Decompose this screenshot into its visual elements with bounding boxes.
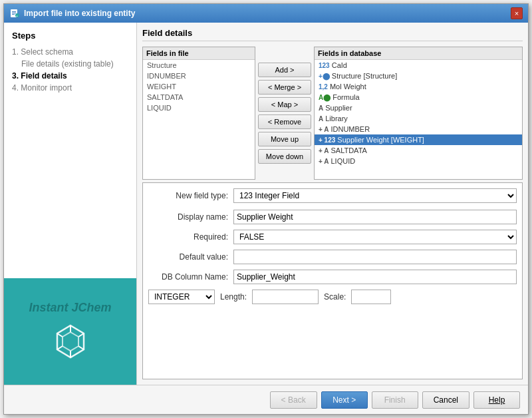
display-name-row: Display name:: [148, 210, 517, 224]
db-list-item[interactable]: A Supplier: [315, 103, 522, 113]
db-list-item[interactable]: + A IDNUMBER: [315, 124, 522, 134]
fields-in-db-header: Fields in database: [315, 47, 522, 60]
db-list-item[interactable]: + A LIQUID: [315, 156, 522, 166]
branding-panel: Instant JChem: [4, 278, 136, 385]
add-button[interactable]: Add >: [258, 63, 311, 77]
fields-in-file-box: Fields in file Structure IDNUMBER WEIGHT…: [142, 47, 255, 180]
steps-panel: Steps 1. Select schema File details (exi…: [4, 23, 136, 278]
dialog: + Import file into existing entity × Ste…: [3, 3, 529, 415]
back-button[interactable]: < Back: [270, 391, 317, 409]
list-item[interactable]: LIQUID: [143, 103, 255, 113]
field-type-icon: + A: [319, 158, 329, 165]
db-list-item[interactable]: A⬤ Formula: [315, 92, 522, 103]
move-down-button[interactable]: Move down: [258, 149, 311, 164]
field-type-icon: 1,2: [319, 83, 328, 91]
details-section: New field type: 123 Integer Field Displa…: [142, 182, 523, 379]
field-type-icon: +⬤: [319, 73, 330, 80]
list-item[interactable]: WEIGHT: [143, 81, 255, 92]
db-fields-list: 123 CaId +⬤ Structure [Structure] 1,2 Mo…: [315, 60, 522, 179]
db-column-name-label: DB Column Name:: [148, 272, 228, 282]
field-type-icon: A: [319, 104, 323, 112]
field-type-icon: + 123: [319, 136, 335, 144]
map-button[interactable]: < Map >: [258, 97, 311, 112]
scale-label: Scale:: [324, 292, 346, 302]
step-1: 1. Select schema: [12, 46, 128, 58]
step-2: File details (existing table): [12, 58, 128, 70]
merge-button[interactable]: < Merge >: [258, 80, 311, 95]
db-list-item[interactable]: +⬤ Structure [Structure]: [315, 71, 522, 81]
type-length-row: INTEGER VARCHAR FLOAT Length: Scale:: [148, 290, 517, 304]
required-select[interactable]: FALSE TRUE: [233, 230, 517, 244]
display-name-input[interactable]: [233, 210, 517, 224]
main-panel: Field details Fields in file Structure I…: [137, 23, 528, 385]
field-type-icon: + A: [319, 126, 329, 133]
fields-in-db-box: Fields in database 123 CaId +⬤ Structure…: [314, 47, 523, 180]
list-item[interactable]: SALTDATA: [143, 92, 255, 103]
title-bar-left: + Import file into existing entity: [9, 8, 135, 19]
step-4: 4. Monitor import: [12, 82, 128, 94]
display-name-label: Display name:: [148, 212, 228, 222]
length-input[interactable]: [252, 290, 319, 304]
db-list-item[interactable]: 123 CaId: [315, 60, 522, 71]
length-label: Length:: [220, 292, 247, 302]
svg-rect-1: [12, 11, 16, 12]
cancel-button[interactable]: Cancel: [422, 391, 469, 409]
db-column-name-row: DB Column Name:: [148, 270, 517, 284]
svg-marker-7: [63, 332, 78, 351]
field-type-icon: A: [319, 115, 323, 122]
brand-logo: [49, 320, 92, 363]
action-buttons: Add > < Merge > < Map > < Remove Move up…: [258, 47, 311, 180]
dialog-title: Import file into existing entity: [24, 9, 135, 18]
step-3: 3. Field details: [12, 70, 128, 82]
default-value-row: Default value:: [148, 250, 517, 264]
default-value-label: Default value:: [148, 252, 228, 262]
fields-section: Fields in file Structure IDNUMBER WEIGHT…: [142, 47, 523, 180]
sidebar: Steps 1. Select schema File details (exi…: [4, 23, 137, 385]
db-list-item-selected[interactable]: + 123 Supplier Weight [WEIGHT]: [315, 134, 522, 145]
default-value-input[interactable]: [233, 250, 517, 264]
required-label: Required:: [148, 232, 228, 242]
db-type-select[interactable]: INTEGER VARCHAR FLOAT: [148, 290, 215, 304]
steps-title: Steps: [12, 31, 128, 41]
help-button[interactable]: Help: [473, 391, 520, 409]
new-field-type-select[interactable]: 123 Integer Field: [233, 188, 517, 203]
db-list-item[interactable]: + A SALTDATA: [315, 145, 522, 156]
brand-text: Instant JChem: [29, 301, 111, 315]
list-item[interactable]: Structure: [143, 60, 255, 71]
title-bar: + Import file into existing entity ×: [4, 4, 528, 23]
dialog-icon: +: [9, 8, 20, 19]
svg-rect-2: [12, 13, 16, 13]
footer: < Back Next > Finish Cancel Help: [4, 385, 528, 414]
panel-title: Field details: [142, 28, 523, 41]
required-row: Required: FALSE TRUE: [148, 230, 517, 244]
finish-button[interactable]: Finish: [372, 391, 418, 409]
move-up-button[interactable]: Move up: [258, 132, 311, 146]
field-type-icon: 123: [319, 62, 330, 69]
content-area: Steps 1. Select schema File details (exi…: [4, 23, 528, 385]
list-item[interactable]: IDNUMBER: [143, 71, 255, 81]
field-type-icon: + A: [319, 147, 329, 154]
svg-rect-3: [12, 14, 15, 15]
new-field-type-label: New field type:: [148, 191, 228, 200]
close-button[interactable]: ×: [511, 7, 523, 19]
field-type-icon: A⬤: [319, 94, 331, 101]
db-list-item[interactable]: A Library: [315, 113, 522, 124]
db-column-name-input[interactable]: [233, 270, 517, 284]
scale-input[interactable]: [351, 290, 391, 304]
new-field-type-row: New field type: 123 Integer Field: [148, 188, 517, 203]
db-list-item[interactable]: 1,2 Mol Weight: [315, 81, 522, 92]
next-button[interactable]: Next >: [321, 391, 368, 409]
fields-in-file-header: Fields in file: [143, 47, 255, 60]
remove-button[interactable]: < Remove: [258, 114, 311, 129]
